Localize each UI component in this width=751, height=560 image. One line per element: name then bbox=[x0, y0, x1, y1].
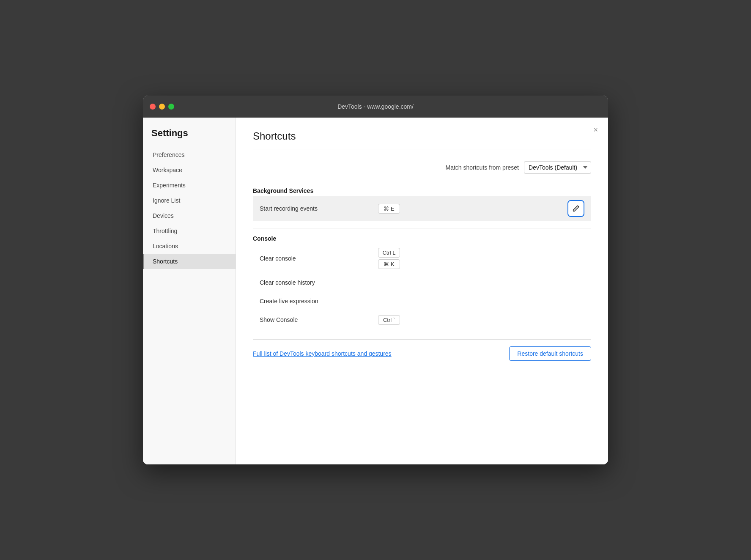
sidebar-item-throttling[interactable]: Throttling bbox=[143, 223, 236, 239]
sidebar-item-locations[interactable]: Locations bbox=[143, 239, 236, 254]
footer: Full list of DevTools keyboard shortcuts… bbox=[253, 339, 591, 361]
close-traffic-light[interactable] bbox=[150, 104, 156, 110]
panel-divider bbox=[253, 149, 591, 149]
traffic-lights bbox=[150, 104, 174, 110]
shortcut-row-show-console: Show Console Ctrl ` bbox=[253, 310, 591, 329]
key-badge-cmd-e: ⌘ E bbox=[378, 204, 400, 214]
shortcut-row-create-live-expression: Create live expression bbox=[253, 292, 591, 310]
shortcut-name-start-recording: Start recording events bbox=[260, 205, 378, 212]
shortcut-keys-clear-console: Ctrl L ⌘ K bbox=[378, 248, 584, 269]
minimize-traffic-light[interactable] bbox=[159, 104, 165, 110]
sidebar: Settings Preferences Workspace Experimen… bbox=[143, 118, 236, 464]
restore-defaults-button[interactable]: Restore default shortcuts bbox=[509, 346, 591, 361]
shortcut-name-create-live-expression: Create live expression bbox=[260, 298, 378, 305]
preset-row: Match shortcuts from preset DevTools (De… bbox=[253, 161, 591, 174]
sidebar-item-workspace[interactable]: Workspace bbox=[143, 162, 236, 178]
maximize-traffic-light[interactable] bbox=[168, 104, 174, 110]
titlebar-title: DevTools - www.google.com/ bbox=[337, 103, 414, 110]
section-title-background-services: Background Services bbox=[253, 187, 591, 194]
pencil-icon bbox=[572, 205, 580, 212]
content-area: Settings Preferences Workspace Experimen… bbox=[143, 118, 608, 464]
sidebar-item-shortcuts[interactable]: Shortcuts bbox=[143, 254, 236, 269]
shortcut-keys-show-console: Ctrl ` bbox=[378, 315, 584, 325]
edit-button-start-recording[interactable] bbox=[567, 200, 584, 217]
titlebar: DevTools - www.google.com/ bbox=[143, 96, 608, 118]
sidebar-item-devices[interactable]: Devices bbox=[143, 208, 236, 223]
preset-label: Match shortcuts from preset bbox=[445, 164, 519, 171]
shortcut-keys-start-recording: ⌘ E bbox=[378, 204, 567, 214]
panel-title: Shortcuts bbox=[253, 130, 591, 142]
section-title-console: Console bbox=[253, 235, 591, 242]
sidebar-item-experiments[interactable]: Experiments bbox=[143, 178, 236, 193]
sidebar-item-preferences[interactable]: Preferences bbox=[143, 147, 236, 162]
main-panel: × Shortcuts Match shortcuts from preset … bbox=[236, 118, 608, 464]
shortcut-row-clear-console-history: Clear console history bbox=[253, 273, 591, 292]
shortcut-row-start-recording: Start recording events ⌘ E bbox=[253, 196, 591, 221]
devtools-window: DevTools - www.google.com/ Settings Pref… bbox=[143, 96, 608, 464]
key-badge-cmd-k: ⌘ K bbox=[378, 259, 400, 269]
key-badge-ctrl-backtick: Ctrl ` bbox=[378, 315, 400, 325]
key-badge-ctrl-l: Ctrl L bbox=[378, 248, 400, 258]
shortcut-name-show-console: Show Console bbox=[260, 316, 378, 323]
close-button[interactable]: × bbox=[593, 126, 598, 134]
shortcut-row-clear-console: Clear console Ctrl L ⌘ K bbox=[253, 244, 591, 273]
section-divider-console bbox=[253, 228, 591, 228]
shortcut-name-clear-console: Clear console bbox=[260, 255, 378, 262]
sidebar-heading: Settings bbox=[143, 128, 236, 147]
preset-select[interactable]: DevTools (Default) Visual Studio Code bbox=[524, 161, 591, 174]
sidebar-item-ignore-list[interactable]: Ignore List bbox=[143, 193, 236, 208]
shortcut-name-clear-console-history: Clear console history bbox=[260, 279, 378, 286]
footer-link[interactable]: Full list of DevTools keyboard shortcuts… bbox=[253, 350, 392, 357]
